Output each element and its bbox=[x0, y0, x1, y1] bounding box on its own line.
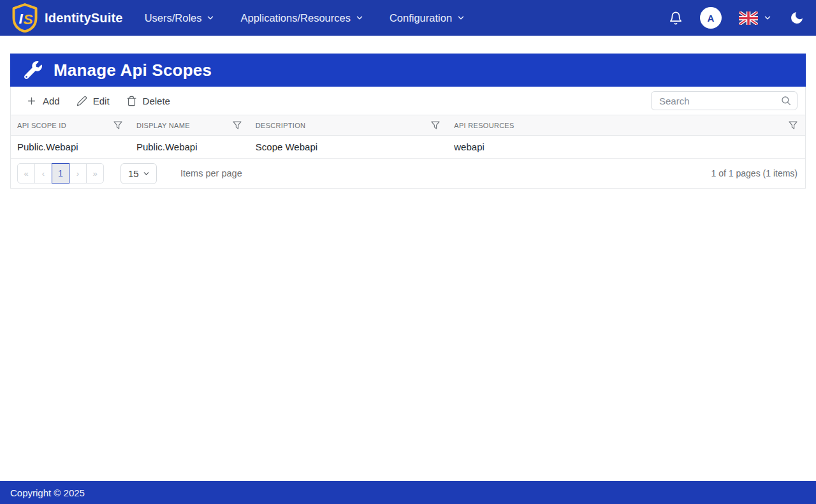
filter-funnel-icon[interactable] bbox=[789, 121, 798, 129]
svg-text:S: S bbox=[23, 11, 33, 27]
cell-display-name: Public.Webapi bbox=[130, 136, 249, 159]
brand-name: IdentitySuite bbox=[45, 11, 123, 25]
identitysuite-shield-logo-icon: I S bbox=[11, 3, 38, 32]
api-scopes-card: Manage Api Scopes Add Edit Delete bbox=[10, 54, 806, 189]
cell-api-resources: webapi bbox=[448, 136, 805, 159]
cell-description: Scope Webapi bbox=[249, 136, 448, 159]
notifications-button[interactable] bbox=[669, 11, 683, 25]
trash-icon bbox=[126, 96, 137, 106]
pager: « ‹ 1 › » 15 Items per page 1 of 1 pages… bbox=[11, 159, 805, 188]
chevron-down-icon bbox=[763, 13, 772, 22]
nav-item-configuration[interactable]: Configuration bbox=[390, 6, 465, 31]
column-header-label: DESCRIPTION bbox=[256, 122, 305, 129]
chevron-down-icon bbox=[355, 13, 364, 22]
chevron-down-icon bbox=[142, 169, 150, 178]
uk-flag-icon bbox=[739, 11, 758, 25]
column-header-api-resources[interactable]: API RESOURCES bbox=[448, 115, 805, 136]
column-header-api-scope-id[interactable]: API SCOPE ID bbox=[11, 115, 130, 136]
delete-button[interactable]: Delete bbox=[120, 90, 177, 112]
column-header-label: DISPLAY NAME bbox=[136, 122, 190, 129]
last-page-button[interactable]: » bbox=[86, 163, 104, 184]
page-title: Manage Api Scopes bbox=[54, 61, 212, 80]
navbar-right-actions: A bbox=[669, 7, 805, 29]
brand-home-link[interactable]: I S IdentitySuite bbox=[11, 3, 123, 32]
nav-links: Users/Roles Applications/Resources Confi… bbox=[132, 6, 478, 31]
page-size-select[interactable]: 15 bbox=[120, 163, 157, 184]
add-button[interactable]: Add bbox=[20, 90, 66, 112]
nav-item-label: Applications/Resources bbox=[240, 12, 350, 24]
search-container bbox=[651, 91, 798, 110]
search-icon bbox=[780, 95, 792, 106]
column-header-label: API SCOPE ID bbox=[17, 122, 66, 129]
nav-item-applications-resources[interactable]: Applications/Resources bbox=[240, 6, 363, 31]
edit-button-label: Edit bbox=[93, 96, 110, 106]
bell-icon bbox=[669, 11, 683, 25]
cell-api-scope-id: Public.Webapi bbox=[11, 136, 130, 159]
column-header-description[interactable]: DESCRIPTION bbox=[249, 115, 448, 136]
main-content: Manage Api Scopes Add Edit Delete bbox=[0, 36, 816, 481]
search-input[interactable] bbox=[651, 91, 798, 110]
nav-item-label: Configuration bbox=[390, 12, 452, 24]
user-avatar[interactable]: A bbox=[700, 7, 722, 29]
top-navbar: I S IdentitySuite Users/Roles Applicatio… bbox=[0, 0, 816, 36]
dark-mode-toggle[interactable] bbox=[789, 10, 805, 25]
page-size-value: 15 bbox=[128, 168, 139, 179]
filter-funnel-icon[interactable] bbox=[233, 121, 242, 129]
edit-button[interactable]: Edit bbox=[70, 90, 116, 112]
language-selector[interactable] bbox=[739, 11, 772, 25]
app-root: I S IdentitySuite Users/Roles Applicatio… bbox=[0, 0, 816, 504]
nav-item-label: Users/Roles bbox=[145, 12, 202, 24]
api-scopes-table: API SCOPE ID DISPLAY NAME bbox=[11, 115, 805, 159]
filter-funnel-icon[interactable] bbox=[431, 121, 440, 129]
plus-icon bbox=[26, 96, 37, 106]
nav-item-users-roles[interactable]: Users/Roles bbox=[145, 6, 215, 31]
page-number-button[interactable]: 1 bbox=[52, 163, 69, 184]
add-button-label: Add bbox=[43, 96, 60, 106]
column-header-display-name[interactable]: DISPLAY NAME bbox=[130, 115, 249, 136]
chevron-down-icon bbox=[456, 13, 465, 22]
svg-text:I: I bbox=[18, 10, 23, 27]
chevron-down-icon bbox=[206, 13, 215, 22]
wrench-icon bbox=[24, 61, 42, 79]
previous-page-button[interactable]: ‹ bbox=[34, 163, 52, 184]
copyright-text: Copyright © 2025 bbox=[10, 487, 85, 498]
first-page-button[interactable]: « bbox=[17, 163, 35, 184]
delete-button-label: Delete bbox=[143, 96, 170, 106]
page-header: Manage Api Scopes bbox=[10, 54, 806, 87]
grid-toolbar: Add Edit Delete bbox=[11, 87, 805, 115]
items-per-page-label: Items per page bbox=[180, 168, 242, 178]
moon-icon bbox=[789, 10, 805, 25]
grid-shell: Add Edit Delete bbox=[10, 87, 806, 189]
footer: Copyright © 2025 bbox=[0, 481, 816, 504]
table-row[interactable]: Public.Webapi Public.Webapi Scope Webapi… bbox=[11, 136, 805, 159]
pager-summary: 1 of 1 pages (1 items) bbox=[711, 168, 799, 178]
column-header-label: API RESOURCES bbox=[454, 122, 514, 129]
table-header-row: API SCOPE ID DISPLAY NAME bbox=[11, 115, 805, 136]
pencil-icon bbox=[76, 96, 87, 106]
filter-funnel-icon[interactable] bbox=[113, 121, 122, 129]
avatar-initial: A bbox=[708, 13, 715, 24]
page-buttons-group: « ‹ 1 › » bbox=[17, 163, 104, 184]
next-page-button[interactable]: › bbox=[69, 163, 87, 184]
